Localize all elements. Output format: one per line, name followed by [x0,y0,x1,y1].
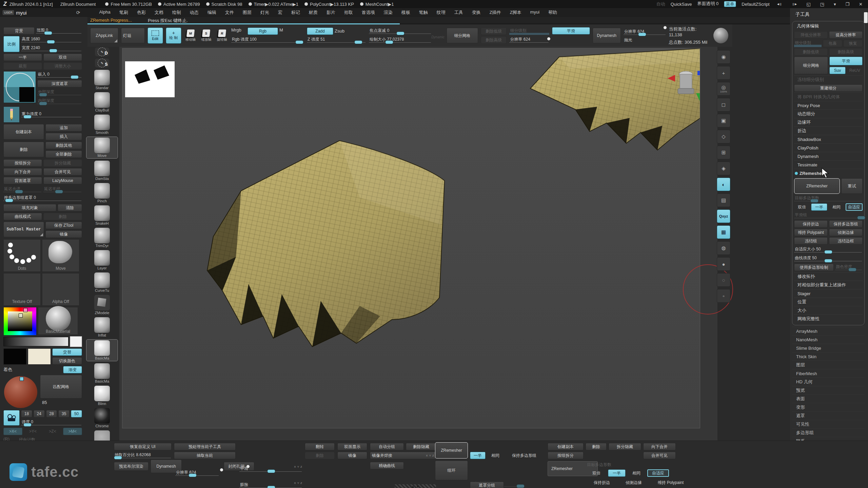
menu-item[interactable]: 纹理 [437,9,446,16]
scale-axis-button[interactable]: S缩放轴 [200,27,213,44]
resolution-dot-button[interactable] [547,37,551,41]
range-slider[interactable]: 范围 0 [36,27,82,35]
alternate-button[interactable]: 交替 [52,348,82,356]
alpha-curve-thumbnail[interactable] [3,71,36,103]
dock-left-icon[interactable]: ◂॥ [775,1,784,7]
sv-selector[interactable] [19,313,23,318]
resolution-dot-button[interactable] [220,468,223,472]
match-mesh-button[interactable]: 匹配网格 [40,375,82,399]
delete-lower-button[interactable]: 删除低级 [794,48,828,56]
palette-section-row[interactable]: 变形 [792,403,865,411]
palette-section-row[interactable]: 可见性 [792,420,865,428]
height-slider[interactable]: 高度 1680 [21,36,82,43]
delete-faded-button[interactable]: 删除 [305,452,335,459]
menu-item[interactable]: Z脚本 [510,9,521,16]
mrgb-toggle[interactable]: Mrgb [231,27,246,35]
draw-size-slider[interactable]: 绘制大小 77.02378 [369,36,432,44]
delete-higher-button[interactable]: 删除高级 [481,36,507,44]
auto-label[interactable]: 自动 [656,1,665,7]
dynamesh-dot-button[interactable] [663,26,667,29]
zapplink-button[interactable]: ZAppLink [90,28,118,43]
move-axis-button[interactable]: M移动轴 [184,27,197,44]
mask-group-button[interactable]: 遮罩分组 [470,482,504,488]
menu-item[interactable]: 标记 [291,9,300,16]
dynamesh-button[interactable]: Dynamesh [593,28,621,43]
preview-sphere[interactable] [3,375,39,409]
palette-section-row[interactable]: 表面 [792,394,865,403]
menu-button[interactable]: 菜单 [724,1,736,7]
subsection-row[interactable]: 对相似部分重复上述操作 [794,281,863,289]
crop-button[interactable]: 裁剪 [3,62,42,70]
menu-item[interactable]: 工具 [454,9,463,16]
focal-length-button[interactable]: 18 [21,410,32,418]
brush-item[interactable]: BasicMa [87,363,117,383]
wrap-button[interactable]: 包裹 [823,40,842,47]
subtool-master-button[interactable]: SubTool Master [3,222,44,237]
depth-mask-button[interactable]: 深度遮罩 [37,80,82,87]
symmetry-x-button[interactable]: >X< [3,428,22,435]
width-slider[interactable]: 宽度 2240 [21,45,82,52]
zremesher-plugin-button[interactable]: ZRemesher [435,442,468,459]
ui-opacity-slider[interactable]: 界面透明 0 [697,1,719,7]
menu-item[interactable]: 拾取 [344,9,353,16]
same-button[interactable]: 相同 [829,203,844,211]
menu-item[interactable]: 图层 [243,9,252,16]
minimize-icon[interactable]: ▾ [832,2,838,7]
draw-button[interactable]: + 绘 制 [166,27,181,44]
divide-button[interactable]: 细分网格 [794,57,828,74]
right-shelf-icon[interactable]: ▣ [717,114,730,127]
menu-item[interactable]: Z插件 [490,9,501,16]
same-toggle[interactable]: 相同 [488,452,503,459]
camera-button[interactable] [3,410,20,426]
fill-object-button[interactable]: 填充对象 [3,204,56,211]
focal-length-button[interactable]: 50 [71,410,82,418]
menu-item[interactable]: 笔触 [419,9,428,16]
outer-depth-slider[interactable]: 外部深度 [37,89,82,96]
suv-toggle[interactable]: Suv [829,67,846,74]
embed-slider[interactable]: 嵌入 0 [37,71,82,79]
menu-item[interactable]: 色彩 [137,9,146,16]
smt-toggle[interactable]: 平滑 [829,57,863,65]
palette-section-row[interactable]: 预览 [792,386,865,394]
subsection-row[interactable]: 大小 [794,306,863,314]
menu-item[interactable]: 文件 [225,9,234,16]
value-gradient-bar[interactable] [3,337,68,346]
duplicate-button[interactable]: 创建副本 [548,443,584,450]
brush-item[interactable]: Blinn [87,386,117,406]
rotate-axis-button[interactable]: R旋转轴 [216,27,229,44]
adaptive-button[interactable]: 自适应 [846,203,863,211]
delete-other-button[interactable]: 删除其他 [45,142,82,149]
intensity-slider[interactable]: 强度 0 [21,419,82,426]
menu-item[interactable]: 动态 [190,9,199,16]
adaptive-size-slider[interactable]: 自适应大小 50 [794,246,863,253]
split-group-button[interactable]: 按组拆分 [3,159,42,167]
subsection-row[interactable]: 折边 [794,126,863,135]
right-shelf-icon[interactable]: ▤ [717,194,730,207]
right-shelf-icon[interactable]: ◐ [717,178,730,191]
resize-button[interactable]: 调整大小 [43,62,82,70]
stroke-type-d-icon[interactable]: ✎D [95,47,109,56]
decimate-percent-slider[interactable]: 抽取百分比 8.62068 [114,452,172,459]
flip-button[interactable]: 翻转 [305,443,335,450]
merge-visible-button[interactable]: 合并可见 [43,168,82,176]
menu-item[interactable]: 变换 [472,9,481,16]
focal-shift-slider[interactable]: 焦点衰减 0 [369,27,432,35]
material-thumbnail[interactable]: BasicMaterial [38,307,78,335]
brush-item[interactable]: DamSta [87,161,117,181]
tool-preview-sphere[interactable] [713,28,728,43]
gravity-slider[interactable]: 重力强度 0 [21,111,82,118]
delete-button[interactable]: 删除 [586,443,607,450]
window-layout-icon[interactable]: ◱ [804,2,812,7]
right-shelf-icon[interactable]: ▫ [717,289,730,303]
smooth-groups-slider[interactable]: 平滑组 [794,212,863,219]
merge-down-button[interactable]: 向下合并 [643,443,676,450]
right-shelf-icon[interactable]: ◍ [717,241,730,255]
subsection-row[interactable]: 修改拓扑 [794,272,863,281]
panel-scrollbar[interactable] [864,12,868,23]
mirror-button[interactable]: 镜像 [337,452,367,459]
brush-item[interactable]: Pinch [87,183,117,203]
zremesher-button[interactable]: ZRemesher [794,178,840,194]
brush-item[interactable]: Chrome [87,408,117,428]
split-hidden-button[interactable]: 拆分隐藏 [609,443,641,450]
brush-item[interactable]: SnakeH [87,205,117,225]
